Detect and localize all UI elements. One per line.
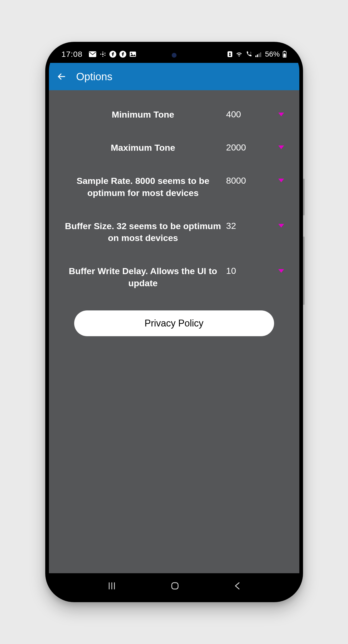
svg-rect-20 — [284, 51, 285, 52]
svg-rect-13 — [229, 54, 231, 56]
volte-call-icon: 1 — [245, 51, 253, 58]
option-label: Maximum Tone — [64, 142, 226, 154]
back-button[interactable] — [233, 581, 241, 591]
option-dropdown-minimum-tone[interactable]: 400 — [226, 109, 284, 119]
option-dropdown-maximum-tone[interactable]: 2000 — [226, 142, 284, 153]
chevron-down-icon — [278, 145, 284, 149]
home-button[interactable] — [170, 581, 180, 591]
facebook-icon-2 — [119, 51, 126, 58]
option-maximum-tone: Maximum Tone 2000 — [61, 131, 287, 164]
app-badge-icon — [227, 51, 233, 58]
option-label: Buffer Size. 32 seems to be optimum on m… — [64, 220, 226, 244]
image-icon — [129, 51, 136, 58]
status-time: 17:08 — [62, 50, 83, 59]
option-minimum-tone: Minimum Tone 400 — [61, 98, 287, 131]
recents-button[interactable] — [107, 581, 117, 591]
back-arrow-icon[interactable] — [56, 71, 67, 82]
option-sample-rate: Sample Rate. 8000 seems to be optimum fo… — [61, 164, 287, 210]
status-right: 1 56% — [227, 50, 286, 58]
page-title: Options — [76, 71, 113, 83]
svg-rect-15 — [255, 56, 256, 57]
option-value: 8000 — [226, 175, 246, 186]
svg-text:1: 1 — [250, 51, 251, 54]
chevron-down-icon — [278, 269, 284, 273]
phone-frame: 17:08 — [45, 42, 303, 602]
svg-point-1 — [100, 54, 101, 55]
option-dropdown-buffer-size[interactable]: 32 — [226, 220, 284, 231]
svg-point-10 — [131, 53, 132, 54]
signal-icon — [255, 51, 262, 57]
options-content: Minimum Tone 400 Maximum Tone 2000 Sampl… — [49, 90, 299, 573]
option-label: Minimum Tone — [64, 109, 226, 121]
battery-icon — [283, 51, 287, 58]
fitbit-icon — [99, 51, 106, 58]
option-value: 32 — [226, 221, 236, 231]
front-camera — [170, 51, 178, 59]
option-value: 2000 — [226, 142, 246, 153]
svg-rect-25 — [172, 583, 178, 589]
chevron-down-icon — [278, 113, 284, 116]
facebook-icon — [109, 51, 116, 58]
app-bar: Options — [49, 63, 299, 90]
option-value: 400 — [226, 109, 241, 119]
option-buffer-write-delay: Buffer Write Delay. Allows the UI to upd… — [61, 255, 287, 300]
screen: 17:08 — [49, 46, 299, 598]
chevron-down-icon — [278, 224, 284, 228]
svg-point-6 — [104, 55, 105, 56]
mail-icon — [89, 51, 96, 57]
wifi-icon — [235, 51, 243, 57]
option-label: Sample Rate. 8000 seems to be optimum fo… — [64, 175, 226, 199]
svg-point-4 — [102, 56, 103, 57]
status-left: 17:08 — [62, 50, 227, 59]
svg-point-12 — [229, 53, 231, 54]
option-value: 10 — [226, 266, 236, 276]
option-dropdown-buffer-write-delay[interactable]: 10 — [226, 265, 284, 276]
option-label: Buffer Write Delay. Allows the UI to upd… — [64, 265, 226, 289]
privacy-policy-button[interactable]: Privacy Policy — [74, 310, 274, 336]
option-dropdown-sample-rate[interactable]: 8000 — [226, 175, 284, 186]
chevron-down-icon — [278, 179, 284, 182]
svg-point-2 — [102, 52, 103, 53]
android-nav-bar — [49, 573, 299, 598]
option-buffer-size: Buffer Size. 32 seems to be optimum on m… — [61, 210, 287, 255]
svg-rect-18 — [260, 52, 261, 57]
svg-point-5 — [104, 53, 105, 54]
svg-point-3 — [102, 53, 104, 55]
svg-rect-17 — [259, 53, 260, 57]
svg-rect-16 — [257, 54, 258, 57]
svg-rect-0 — [89, 51, 96, 57]
battery-text: 56% — [265, 50, 280, 58]
